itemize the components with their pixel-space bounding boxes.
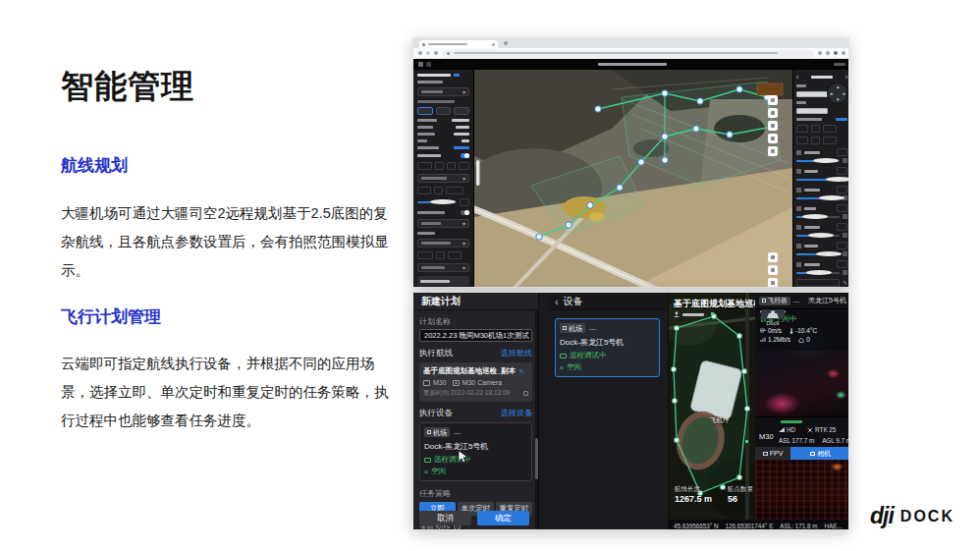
blue-action-bar[interactable] [836, 118, 847, 121]
detail-icon[interactable] [523, 391, 528, 396]
slider[interactable] [796, 235, 840, 237]
app-menu-icon[interactable] [418, 62, 423, 67]
value-input[interactable] [447, 162, 456, 170]
slider[interactable] [796, 197, 840, 199]
zoom-in-button[interactable] [768, 252, 778, 262]
dock-icon [424, 458, 431, 463]
scrollbar-track[interactable] [535, 310, 538, 530]
edit-pencil-icon[interactable]: ✎ [518, 368, 524, 375]
latitude-input[interactable] [796, 91, 828, 97]
device-label: 执行设备 [419, 408, 453, 419]
planning-map-canvas[interactable] [474, 70, 792, 288]
prev-waypoint-icon[interactable]: ‹ [796, 74, 798, 81]
longitude-input[interactable] [796, 108, 828, 114]
plan-name-input[interactable]: 2022.2.23 晚间M30机场1次测试 [419, 329, 532, 342]
forward-icon[interactable] [426, 51, 430, 55]
slider[interactable] [796, 272, 840, 274]
param-select[interactable]: ▾ [417, 174, 469, 183]
mission-map-canvas[interactable]: 基于底图规划基地巡检 飞机坪 航线长度 1267.5 m 航点数量 56 [669, 293, 755, 520]
select-route-link[interactable]: 选择航线 [501, 348, 532, 359]
map-draw-button[interactable] [768, 121, 778, 131]
zoom-out-button[interactable] [768, 265, 778, 275]
value-input[interactable] [417, 251, 433, 259]
param-select[interactable]: ▾ [417, 239, 469, 248]
value-input[interactable] [435, 162, 444, 170]
route-planning-screenshot: ▾ ▾ ▾ ▾ ▾ [412, 37, 849, 288]
bookmark-icon[interactable] [818, 51, 822, 55]
route-name-row [417, 74, 469, 77]
footer-row[interactable] [417, 276, 469, 286]
map-poi-label: 飞机坪 [710, 416, 730, 425]
link-row [417, 146, 469, 149]
hd-label: HD [787, 426, 795, 433]
next-waypoint-icon[interactable]: › [845, 74, 847, 81]
slider-row [796, 233, 847, 238]
cancel-button[interactable]: 取消 [419, 511, 471, 525]
waypoint-count-label: 航点数量 [728, 485, 753, 494]
map-layers-button[interactable] [768, 95, 778, 105]
param-select[interactable]: ▾ [417, 263, 469, 272]
profile-icon[interactable] [834, 51, 838, 55]
fpv-tab[interactable]: FPV [755, 447, 790, 460]
value-input[interactable] [823, 137, 837, 144]
confirm-button[interactable]: 确定 [477, 511, 529, 525]
slider[interactable] [796, 253, 840, 255]
value-input[interactable] [796, 137, 808, 144]
compass-button[interactable] [768, 278, 778, 288]
route-type-select[interactable]: ▾ [417, 87, 469, 96]
camera-tab[interactable]: 相机 [790, 447, 849, 460]
slider[interactable] [796, 216, 840, 218]
collapse-icon[interactable]: — [589, 325, 596, 332]
scrollbar-thumb[interactable] [535, 438, 538, 479]
value-input[interactable] [459, 162, 469, 170]
slider-row [796, 158, 847, 163]
value-input[interactable] [434, 187, 443, 194]
value-input[interactable] [436, 251, 445, 259]
app-home-icon[interactable] [426, 62, 431, 67]
reload-icon[interactable] [434, 51, 438, 55]
extensions-icon[interactable] [826, 51, 830, 55]
map-fit-button[interactable] [768, 146, 778, 156]
value-input[interactable] [811, 125, 820, 133]
value-input[interactable] [811, 137, 820, 144]
device-card[interactable]: 机场 — Dock-黑龙江5号机 远程调试中 ×空闲 [419, 422, 532, 481]
collapse-icon[interactable]: — [454, 429, 461, 436]
slider[interactable] [417, 201, 457, 203]
chip-option[interactable] [454, 107, 469, 115]
pencil-icon[interactable]: ✎ [843, 280, 847, 286]
chip-option[interactable] [436, 107, 452, 115]
browser-tab[interactable] [419, 40, 498, 48]
value-input[interactable] [417, 162, 432, 170]
blue-link-bar[interactable] [454, 146, 469, 149]
address-bar[interactable] [442, 50, 814, 57]
map-measure-button[interactable] [768, 108, 778, 118]
route-card[interactable]: 基于底图规划基地巡检_副本 ✎ M30 M30 Camera 更新时间 2022… [419, 362, 532, 402]
chip-option[interactable] [417, 107, 433, 115]
home-distance-icon [798, 337, 804, 343]
value-input[interactable] [446, 187, 463, 194]
dock-chip-icon [427, 430, 431, 434]
toggle[interactable] [461, 210, 469, 215]
collapse-icon[interactable]: — [793, 298, 800, 304]
dock-icon [560, 354, 567, 358]
slider[interactable] [796, 179, 840, 181]
param-select[interactable]: ▾ [417, 219, 469, 228]
fpv-night-feed[interactable] [755, 460, 849, 520]
toggle[interactable] [461, 153, 469, 158]
slider[interactable] [796, 160, 840, 162]
back-chevron-icon[interactable]: ‹ [555, 296, 559, 307]
value-input[interactable] [448, 251, 462, 259]
value-input[interactable] [796, 125, 808, 133]
value-input[interactable] [417, 187, 431, 194]
gimbal-dpad-control[interactable]: ▴▾ ◂▸ [827, 83, 848, 104]
value-input[interactable] [823, 125, 837, 133]
map-locate-button[interactable] [768, 134, 778, 143]
tab-close-icon[interactable] [492, 43, 495, 46]
back-icon[interactable] [418, 51, 422, 55]
slider-row [796, 214, 847, 219]
new-tab-icon[interactable] [504, 41, 508, 45]
select-device-link[interactable]: 选择设备 [501, 408, 532, 419]
route-name-input[interactable] [796, 279, 840, 287]
selected-device-card[interactable]: 机场 — Dock-黑龙江5号机 远程调试中 ×空闲 [555, 318, 660, 377]
menu-icon[interactable] [842, 51, 845, 55]
